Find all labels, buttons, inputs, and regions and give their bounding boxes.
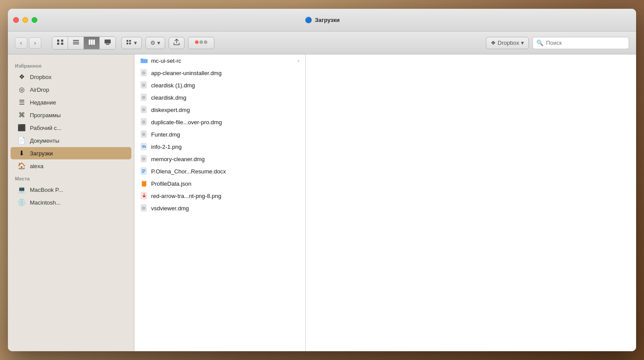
file-name: app-cleaner-uninstaller.dmg [151, 70, 299, 76]
svg-rect-15 [129, 43, 131, 44]
file-item[interactable]: vsdviewer.dmg [134, 202, 305, 214]
svg-rect-14 [127, 43, 128, 44]
recent-icon: ☰ [18, 98, 25, 106]
png-icon [141, 143, 148, 151]
sidebar-item-desktop[interactable]: ⬛ Рабочий с... [11, 122, 131, 134]
file-item[interactable]: P.Olena_Chor...Resume.docx [134, 165, 305, 177]
png2-icon [141, 192, 148, 200]
file-name: duplicate-file...over-pro.dmg [151, 119, 299, 126]
back-button[interactable]: ‹ [15, 37, 27, 49]
file-item[interactable]: ProfileData.json [134, 177, 305, 190]
sidebar-item-downloads[interactable]: ⬇ Загрузки [11, 147, 131, 159]
title-folder-icon: 🔵 [304, 16, 312, 24]
svg-point-51 [143, 208, 144, 209]
svg-point-27 [143, 97, 144, 98]
cover-icon [104, 39, 111, 47]
titlebar: 🔵 Загрузки [8, 9, 636, 32]
dropbox-label: Dropbox [498, 40, 519, 46]
file-item[interactable]: diskexpert.dmg [134, 104, 305, 116]
file-item[interactable]: cleardisk (1).dmg [134, 79, 305, 91]
sidebar-item-alexa[interactable]: 🏠 alexa [11, 160, 131, 172]
svg-rect-11 [106, 44, 109, 45]
back-icon: ‹ [20, 40, 22, 46]
dmg-icon [141, 106, 148, 114]
macintosh-icon: 💿 [18, 198, 25, 206]
file-item[interactable]: duplicate-file...over-pro.dmg [134, 116, 305, 128]
view-cover-button[interactable] [100, 37, 116, 49]
sidebar-item-macintosh[interactable]: 💿 Macintosh... [11, 196, 131, 209]
sidebar-item-desktop-label: Рабочий с... [30, 125, 62, 131]
file-item[interactable]: info-2-1.png [134, 140, 305, 153]
file-item[interactable]: mc-ui-set-rc › [134, 54, 305, 67]
file-name: P.Olena_Chor...Resume.docx [151, 168, 299, 175]
dropbox-button[interactable]: ❖ Dropbox ▾ [486, 37, 529, 49]
arrange-chevron-icon: ▾ [134, 40, 137, 46]
dropbox-chevron-icon: ▾ [521, 40, 524, 46]
sidebar-item-apps[interactable]: ⌘ Программы [11, 109, 131, 121]
forward-button[interactable]: › [29, 37, 41, 49]
file-item[interactable]: memory-cleaner.dmg [134, 153, 305, 165]
sidebar-item-documents[interactable]: 📄 Документы [11, 134, 131, 147]
svg-rect-45 [142, 172, 144, 173]
dropbox-sidebar-icon: ❖ [18, 73, 25, 81]
file-area: mc-ui-set-rc › app-cleaner-uninstaller.d… [134, 54, 636, 351]
sidebar-item-recent-label: Недавние [30, 99, 56, 106]
sidebar: Избранное ❖ Dropbox ◎ AirDrop ☰ Недавние… [8, 54, 134, 351]
dmg-icon [141, 155, 148, 163]
file-item[interactable]: red-arrow-tra...nt-png-8.png [134, 190, 305, 202]
sidebar-item-macbook-label: MacBook P... [30, 187, 63, 193]
search-box[interactable]: 🔍 [532, 37, 629, 49]
sidebar-item-recent[interactable]: ☰ Недавние [11, 96, 131, 108]
maximize-button[interactable] [32, 17, 37, 23]
window-title: Загрузки [315, 17, 340, 23]
close-button[interactable] [13, 17, 19, 23]
share-icon [174, 39, 180, 47]
sidebar-item-macbook[interactable]: 💻 MacBook P... [11, 184, 131, 196]
file-name: cleardisk (1).dmg [151, 82, 299, 89]
svg-rect-10 [105, 40, 111, 43]
svg-rect-17 [199, 40, 203, 44]
sidebar-item-dropbox[interactable]: ❖ Dropbox [11, 71, 131, 83]
alexa-icon: 🏠 [18, 162, 25, 170]
chevron-right-icon: › [298, 58, 299, 63]
file-name: Funter.dmg [151, 131, 299, 138]
svg-point-36 [143, 134, 144, 135]
svg-point-21 [143, 72, 144, 73]
sidebar-item-apps-label: Программы [30, 112, 61, 119]
svg-rect-12 [127, 40, 128, 42]
file-item[interactable]: app-cleaner-uninstaller.dmg [134, 67, 305, 79]
dmg-icon [141, 204, 148, 212]
toolbar: ‹ › [8, 32, 636, 54]
apps-icon: ⌘ [18, 111, 25, 119]
file-name: diskexpert.dmg [151, 107, 299, 113]
view-list-button[interactable] [68, 37, 84, 49]
file-name: red-arrow-tra...nt-png-8.png [151, 193, 299, 199]
sidebar-item-macintosh-label: Macintosh... [30, 199, 61, 206]
share-button[interactable] [169, 37, 185, 49]
minimize-button[interactable] [22, 17, 28, 23]
sidebar-item-alexa-label: alexa [30, 163, 43, 169]
folder-icon [141, 57, 148, 65]
action-chevron-icon: ▾ [157, 40, 160, 46]
file-column: mc-ui-set-rc › app-cleaner-uninstaller.d… [134, 54, 306, 351]
sidebar-item-airdrop[interactable]: ◎ AirDrop [11, 83, 131, 96]
tag-button[interactable] [188, 37, 214, 49]
dmg-icon [141, 94, 148, 101]
file-name: mc-ui-set-rc [151, 58, 294, 64]
view-icon-button[interactable] [52, 37, 68, 49]
view-columns-button[interactable] [84, 37, 100, 49]
grid-icon [57, 39, 64, 47]
file-name: vsdviewer.dmg [151, 205, 299, 212]
svg-point-24 [143, 85, 144, 86]
window-title-area: 🔵 Загрузки [304, 16, 340, 24]
svg-rect-5 [73, 42, 79, 43]
columns-icon [88, 39, 95, 47]
search-input[interactable] [546, 40, 625, 46]
arrange-button[interactable]: ▾ [121, 37, 142, 49]
file-item[interactable]: Funter.dmg [134, 128, 305, 140]
action-button[interactable]: ⚙ ▾ [145, 37, 165, 49]
places-label: Места [8, 173, 134, 183]
file-item[interactable]: cleardisk.dmg [134, 91, 305, 104]
sidebar-item-documents-label: Документы [30, 137, 59, 144]
favorites-label: Избранное [8, 60, 134, 70]
